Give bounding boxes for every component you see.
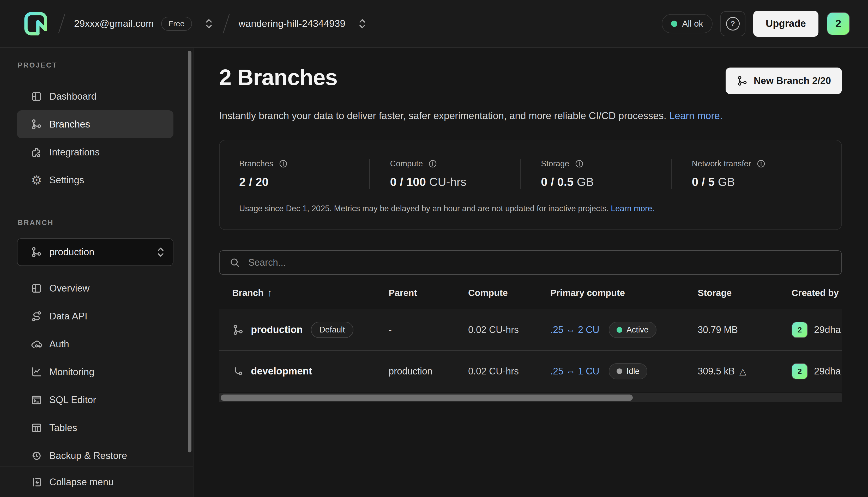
backup-restore-icon bbox=[30, 450, 43, 462]
column-header-compute[interactable]: Compute bbox=[468, 277, 508, 309]
data-api-icon bbox=[30, 310, 43, 322]
compute-value: 0.02 CU-hrs bbox=[468, 364, 520, 379]
stat-compute: Compute 0 / 100 CU-hrs bbox=[369, 159, 520, 189]
branches-table: Branch ↑ Parent Compute Primary compute … bbox=[219, 277, 842, 402]
sidebar-item-auth[interactable]: Auth bbox=[17, 330, 173, 358]
compute-size-link[interactable]: .25 ⇔ 2 CU bbox=[550, 324, 599, 335]
collapse-menu-button[interactable]: Collapse menu bbox=[17, 467, 179, 497]
branch-search bbox=[219, 250, 842, 275]
creator-name: 29dha bbox=[814, 366, 841, 377]
sidebar-item-overview[interactable]: Overview bbox=[17, 274, 173, 302]
collapse-menu-label: Collapse menu bbox=[49, 477, 114, 487]
usage-note-text: Usage since Dec 1, 2025. Metrics may be … bbox=[239, 204, 609, 213]
compute-value: 0.02 CU-hrs bbox=[468, 323, 520, 337]
sidebar-item-dashboard[interactable]: Dashboard bbox=[17, 82, 173, 110]
breadcrumb-divider bbox=[223, 14, 230, 33]
system-status-pill[interactable]: All ok bbox=[662, 14, 713, 33]
account-switcher[interactable]: 29xxx@gmail.com Free bbox=[74, 17, 214, 31]
sidebar-item-label: Backup & Restore bbox=[49, 450, 127, 461]
storage-value: 309.5 kB bbox=[698, 366, 735, 377]
search-input[interactable] bbox=[248, 257, 832, 268]
sidebar-item-label: Tables bbox=[49, 423, 77, 434]
new-branch-button[interactable]: New Branch 2/20 bbox=[726, 68, 842, 94]
neon-console-app: 29xxx@gmail.com Free wandering-hill-2434… bbox=[0, 0, 868, 497]
info-icon[interactable] bbox=[756, 159, 766, 168]
search-icon bbox=[229, 257, 241, 268]
branch-cell: production Default bbox=[232, 309, 353, 350]
info-icon[interactable] bbox=[574, 159, 584, 168]
gear-icon: ⚙ bbox=[30, 174, 43, 186]
status-label: Idle bbox=[626, 367, 640, 376]
sidebar-item-backup-restore[interactable]: Backup & Restore bbox=[17, 442, 173, 470]
help-button[interactable]: ? bbox=[721, 11, 745, 36]
creator-avatar: 2 bbox=[792, 363, 808, 379]
stat-unit: GB bbox=[718, 175, 735, 188]
status-label: All ok bbox=[682, 19, 703, 29]
branch-name[interactable]: development bbox=[251, 366, 312, 377]
page-header: 2 Branches New Branch 2/20 bbox=[219, 65, 842, 94]
table-row-development[interactable]: development production 0.02 CU-hrs .25 ⇔… bbox=[219, 351, 842, 392]
status-label: Active bbox=[626, 325, 649, 335]
learn-more-link[interactable]: Learn more. bbox=[669, 110, 723, 121]
sidebar-item-label: Data API bbox=[49, 311, 87, 322]
column-header-storage[interactable]: Storage bbox=[698, 277, 731, 309]
learn-more-link[interactable]: Learn more. bbox=[611, 204, 654, 213]
project-name: wandering-hill-24344939 bbox=[239, 18, 345, 29]
column-label: Created by bbox=[792, 288, 839, 298]
sort-ascending-icon[interactable]: ↑ bbox=[267, 287, 272, 299]
branch-icon bbox=[232, 324, 244, 336]
horizontal-scrollbar-thumb[interactable] bbox=[220, 395, 633, 401]
sidebar-item-integrations[interactable]: Integrations bbox=[17, 138, 173, 166]
branch-cell: development bbox=[232, 351, 312, 392]
active-dot-icon bbox=[616, 327, 622, 333]
compute-cell: 0.02 CU-hrs bbox=[468, 309, 520, 350]
creator-avatar: 2 bbox=[792, 322, 808, 338]
overview-icon bbox=[30, 282, 43, 294]
compute-cell: 0.02 CU-hrs bbox=[468, 351, 520, 392]
page-description: Instantly branch your data to deliver fa… bbox=[219, 110, 842, 122]
upgrade-button[interactable]: Upgrade bbox=[753, 11, 819, 37]
sql-editor-icon bbox=[30, 394, 43, 406]
sidebar-item-tables[interactable]: Tables bbox=[17, 414, 173, 442]
sidebar-item-sql-editor[interactable]: SQL Editor bbox=[17, 386, 173, 414]
column-label: Branch bbox=[232, 288, 264, 298]
sidebar-footer: Collapse menu bbox=[0, 467, 193, 497]
created-by-cell: 2 29dha bbox=[792, 351, 841, 392]
user-avatar[interactable]: 2 bbox=[827, 12, 850, 35]
sidebar-item-label: Auth bbox=[49, 339, 69, 350]
column-header-parent[interactable]: Parent bbox=[389, 277, 417, 309]
page-title: 2 Branches bbox=[219, 65, 338, 90]
column-label: Storage bbox=[698, 288, 731, 298]
sidebar-item-settings[interactable]: ⚙ Settings bbox=[17, 166, 173, 194]
branch-name[interactable]: production bbox=[251, 324, 302, 335]
sidebar-scrollbar[interactable] bbox=[188, 51, 191, 452]
sidebar-item-branches[interactable]: Branches bbox=[17, 110, 173, 138]
column-header-primary-compute[interactable]: Primary compute bbox=[550, 277, 625, 309]
branch-icon bbox=[737, 75, 748, 87]
default-badge: Default bbox=[311, 322, 353, 338]
creator-name: 29dha bbox=[814, 324, 841, 335]
created-by-cell: 2 29dha bbox=[792, 309, 841, 350]
monitoring-chart-icon bbox=[30, 366, 43, 378]
storage-cell: 30.79 MB bbox=[698, 309, 738, 350]
chevron-updown-icon bbox=[156, 245, 166, 259]
branch-selector[interactable]: production bbox=[17, 238, 173, 266]
neon-logo-icon[interactable] bbox=[22, 10, 49, 37]
sidebar-item-data-api[interactable]: Data API bbox=[17, 302, 173, 330]
column-header-created-by[interactable]: Created by bbox=[792, 277, 839, 309]
status-badge: Idle bbox=[609, 363, 648, 379]
compute-size-link[interactable]: .25 ⇔ 1 CU bbox=[550, 366, 599, 377]
stat-network-transfer: Network transfer 0 / 5 GB bbox=[671, 159, 822, 189]
column-header-branch[interactable]: Branch ↑ bbox=[232, 277, 272, 309]
stat-label: Network transfer bbox=[692, 159, 751, 168]
table-row-production[interactable]: production Default - 0.02 CU-hrs .25 ⇔ 2… bbox=[219, 309, 842, 351]
info-icon[interactable] bbox=[428, 159, 437, 168]
project-switcher[interactable]: wandering-hill-24344939 bbox=[239, 17, 368, 30]
stat-value: 0 / 5 bbox=[692, 175, 715, 188]
stat-label: Branches bbox=[239, 159, 273, 168]
sidebar-item-monitoring[interactable]: Monitoring bbox=[17, 358, 173, 386]
table-header-row: Branch ↑ Parent Compute Primary compute … bbox=[219, 277, 842, 309]
status-ok-dot-icon bbox=[671, 20, 677, 27]
horizontal-scrollbar[interactable] bbox=[219, 393, 842, 402]
info-icon[interactable] bbox=[279, 159, 288, 168]
